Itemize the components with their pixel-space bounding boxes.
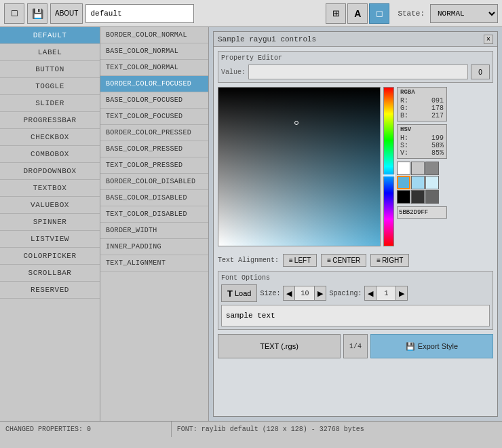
swatch-5[interactable] (425, 176, 439, 189)
swatch-2[interactable] (425, 162, 439, 175)
sidebar-item-checkbox[interactable]: CHECKBOX (0, 129, 100, 146)
align-left-label: LEFT (294, 257, 311, 264)
sidebar-item-default[interactable]: DEFAULT (0, 27, 100, 44)
h-label: H: (400, 134, 408, 142)
swatch-4[interactable] (411, 176, 425, 189)
align-center-button[interactable]: ≡ CENTER (321, 254, 366, 267)
swatch-8[interactable] (425, 190, 439, 204)
s-label: S: (400, 142, 408, 149)
state-label: State: (398, 10, 425, 18)
color-picker-area: RGBA R: 091 G: 178 B: 217 (218, 87, 493, 250)
window-titlebar: Sample raygui controls × (214, 32, 497, 47)
align-center-icon: ≡ (327, 257, 331, 264)
swatch-3[interactable] (397, 176, 410, 189)
middle-border-color-focused[interactable]: BORDER_COLOR_FOCUSED (100, 76, 208, 92)
sidebar-item-textbox[interactable]: TEXTBOX (0, 180, 100, 197)
statusbar: CHANGED PROPERTIES: 0 FONT: raylib defau… (0, 421, 502, 437)
font-size-increase-button[interactable]: ▶ (314, 286, 326, 301)
rgba-g-row: G: 178 (400, 105, 444, 112)
sidebar-item-colorpicker[interactable]: COLORPICKER (0, 248, 100, 265)
hue-bar[interactable] (383, 87, 394, 246)
sidebar-item-valuebox[interactable]: VALUEBOX (0, 197, 100, 214)
middle-base-color-disabled[interactable]: BASE_COLOR_DISABLED (100, 190, 208, 206)
sidebar-item-label[interactable]: LABEL (0, 44, 100, 61)
sidebar-item-toggle[interactable]: TOGGLE (0, 78, 100, 95)
middle-border-color-pressed[interactable]: BORDER_COLOR_PRESSED (100, 125, 208, 141)
window-close-button[interactable]: × (484, 35, 493, 44)
g-label: G: (400, 105, 408, 112)
color-gradient[interactable] (218, 87, 381, 246)
about-button[interactable]: ABOUT (50, 3, 83, 24)
middle-base-color-normal[interactable]: BASE_COLOR_NORMAL (100, 43, 208, 60)
middle-panel: BORDER_COLOR_NORMAL BASE_COLOR_NORMAL TE… (100, 27, 209, 421)
middle-border-color-disabled[interactable]: BORDER_COLOR_DISABLED (100, 174, 208, 190)
sidebar-item-spinner[interactable]: SPINNER (0, 214, 100, 231)
page-indicator: 1/4 (343, 334, 368, 358)
spacing-label: Spacing: (329, 290, 362, 297)
s-value: 58% (431, 142, 444, 149)
middle-text-color-disabled[interactable]: TEXT_COLOR_DISABLED (100, 206, 208, 223)
sample-text-input[interactable] (221, 305, 490, 326)
font-spacing-stepper: ◀ 1 ▶ (364, 286, 408, 301)
font-options-group: Font Options T Load Size: ◀ 10 ▶ Spacing… (218, 271, 493, 330)
middle-inner-padding[interactable]: INNER_PADDING (100, 239, 208, 255)
value-input[interactable] (248, 64, 468, 79)
middle-border-color-normal[interactable]: BORDER_COLOR_NORMAL (100, 27, 208, 43)
hsv-s-row: S: 58% (400, 142, 444, 149)
window-content: Property Editor Value: 0 (214, 47, 497, 416)
font-size-value: 10 (295, 286, 314, 301)
sidebar-item-listview[interactable]: LISTVIEW (0, 231, 100, 248)
font-icon: T (227, 288, 233, 299)
r-value: 091 (431, 97, 444, 105)
close-icon: × (486, 35, 490, 43)
font-spacing-decrease-button[interactable]: ◀ (364, 286, 376, 301)
middle-text-color-pressed[interactable]: TEXT_COLOR_PRESSED (100, 157, 208, 174)
save-icon: 💾 (32, 8, 43, 19)
swatch-0[interactable] (397, 162, 410, 175)
text-rgs-label: TEXT (.rgs) (260, 342, 298, 350)
font-load-label: Load (235, 289, 251, 297)
swatch-1[interactable] (411, 162, 425, 175)
font-size-decrease-button[interactable]: ◀ (283, 286, 295, 301)
sidebar-item-slider[interactable]: SLIDER (0, 95, 100, 112)
font-spacing-increase-button[interactable]: ▶ (395, 286, 408, 301)
middle-base-color-pressed[interactable]: BASE_COLOR_PRESSED (100, 141, 208, 157)
sidebar-item-reserved[interactable]: RESERVED (0, 282, 100, 299)
value-confirm-button[interactable]: 0 (471, 64, 490, 79)
save-file-button[interactable]: 💾 (27, 3, 47, 24)
swatch-7[interactable] (411, 190, 425, 204)
export-style-button[interactable]: 💾 Export Style (370, 334, 493, 358)
hex-value-input[interactable] (397, 206, 447, 219)
state-select[interactable]: NORMAL FOCUSED PRESSED DISABLED (430, 4, 498, 23)
export-icon: 💾 (406, 342, 415, 351)
text-view-button[interactable]: A (347, 3, 368, 24)
sidebar-item-button[interactable]: BUTTON (0, 61, 100, 78)
new-file-button[interactable]: ☐ (4, 3, 24, 24)
toolbar: ☐ 💾 ABOUT ⊞ A ◻ State: NORMAL FOCUSED PR… (0, 0, 502, 27)
sidebar-item-progressbar[interactable]: PROGRESSBAR (0, 112, 100, 129)
middle-border-width[interactable]: BORDER_WIDTH (100, 223, 208, 239)
text-rgs-button[interactable]: TEXT (.rgs) (218, 334, 341, 358)
sidebar-item-combobox[interactable]: COMBOBOX (0, 146, 100, 163)
middle-text-alignment[interactable]: TEXT_ALIGNMENT (100, 255, 208, 272)
align-right-label: RIGHT (382, 257, 403, 264)
align-right-button[interactable]: ≡ RIGHT (370, 254, 409, 267)
window-title: Sample raygui controls (218, 35, 316, 43)
middle-text-color-focused[interactable]: TEXT_COLOR_FOCUSED (100, 109, 208, 125)
rgba-title: RGBA (400, 89, 444, 96)
grid-view-button[interactable]: ⊞ (326, 3, 346, 24)
align-left-button[interactable]: ≡ LEFT (283, 254, 317, 267)
font-load-button[interactable]: T Load (221, 284, 257, 302)
middle-base-color-focused[interactable]: BASE_COLOR_FOCUSED (100, 92, 208, 109)
property-editor-group: Property Editor Value: 0 (218, 51, 493, 83)
text-alignment-row: Text Alignment: ≡ LEFT ≡ CENTER ≡ RIGHT (218, 254, 493, 267)
middle-text-color-normal[interactable]: TEXT_COLOR_NORMAL (100, 60, 208, 76)
sidebar-item-scrollbar[interactable]: SCROLLBAR (0, 265, 100, 282)
sidebar-item-dropdownbox[interactable]: DROPDOWNBOX (0, 163, 100, 180)
window-view-button[interactable]: ◻ (369, 3, 389, 24)
theme-name-input[interactable] (85, 4, 194, 23)
align-left-icon: ≡ (289, 257, 293, 264)
swatch-6[interactable] (397, 190, 410, 204)
text-alignment-label: Text Alignment: (218, 257, 279, 264)
hsv-title: HSV (400, 126, 444, 133)
